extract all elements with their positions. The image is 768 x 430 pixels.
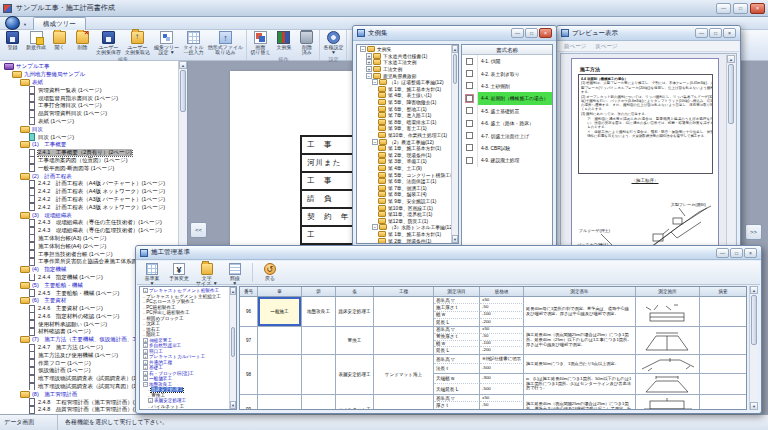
checkbox[interactable]: [466, 95, 473, 102]
tree-item[interactable]: 第10章、区画線工(1): [358, 204, 458, 211]
tree-item[interactable]: −文例集: [358, 46, 458, 53]
minimize-button[interactable]: —: [716, 248, 729, 258]
tab-kousei-tree[interactable]: 構成ツリー: [33, 17, 86, 30]
tree-item[interactable]: 第 6章、整地工(1): [358, 105, 458, 112]
ribbon-button-load[interactable]: ユーザー 文例集取込: [123, 30, 152, 56]
list-item[interactable]: 4-5. 盛土基礎処置: [462, 105, 552, 117]
tree-item[interactable]: −（3）水路トンネル工事編(12): [358, 224, 458, 231]
scroll-up-icon[interactable]: ▲: [230, 287, 236, 295]
list-item[interactable]: 4-6. 盛土（路体・路床）: [462, 117, 552, 129]
tree-item[interactable]: 管理資料一覧表 (1ページ): [2, 86, 187, 94]
tree-item[interactable]: 表紙: [2, 79, 187, 87]
tree-item[interactable]: 2.4.2 計画工程表（A3版 バーチャート）(1ページ): [2, 196, 187, 204]
sekou-table-scrollbar[interactable]: ▲ ▼: [749, 286, 758, 410]
tree-item[interactable]: 第12章、防災工(1): [358, 217, 458, 224]
tree-item[interactable]: 目次: [2, 125, 187, 133]
checkbox[interactable]: [466, 107, 473, 114]
checkbox[interactable]: [466, 70, 473, 77]
expander-icon[interactable]: −: [372, 224, 378, 230]
minimize-button[interactable]: —: [716, 3, 731, 14]
list-item[interactable]: 4-2. 表土剥ぎ取り: [462, 67, 552, 79]
tree-item[interactable]: +下水道共通仕様書(1): [358, 53, 458, 60]
toolbar-button-lines[interactable]: 罫線 ▼: [223, 262, 247, 287]
close-icon[interactable]: ×: [744, 248, 757, 258]
checkbox[interactable]: [466, 132, 473, 139]
tree-item[interactable]: 第 5章、障害物撤去(1): [358, 99, 458, 106]
expander-icon[interactable]: +: [143, 349, 148, 354]
close-icon[interactable]: ×: [539, 28, 552, 38]
scroll-up-icon[interactable]: ▲: [727, 55, 735, 63]
tree-item[interactable]: 第11章、境界杭工(1): [358, 211, 458, 218]
expander-icon[interactable]: +: [143, 371, 148, 376]
ribbon-button-tree[interactable]: 編集ツリー 設定 ▼: [152, 30, 181, 56]
checkbox[interactable]: [466, 120, 473, 127]
tree-item[interactable]: 第 7章、側溝工(1): [358, 184, 458, 191]
scroll-up-icon[interactable]: ▲: [750, 286, 758, 294]
checkbox[interactable]: [466, 82, 473, 89]
chapter-cell[interactable]: 一般施工: [258, 297, 302, 326]
tree-item[interactable]: 第 9章、安全施設工(1): [358, 198, 458, 205]
tree-item[interactable]: 第 1章、施工基本方針(1): [358, 145, 458, 152]
tree-item[interactable]: 第 4章、表土扱い(1): [358, 92, 458, 99]
tree-item[interactable]: 第 8章、舗装工(4): [358, 191, 458, 198]
tree-item[interactable]: サンプル工事: [2, 63, 187, 71]
scrollbar-thumb[interactable]: [728, 64, 734, 124]
tree-item[interactable]: 第 7章、進入路工(1): [358, 112, 458, 119]
ribbon-button-trash[interactable]: 削除 済み: [295, 30, 318, 56]
menu-item-next-page[interactable]: 次ページ: [595, 43, 617, 50]
tree-item[interactable]: 表紙 (1ページ): [2, 118, 187, 126]
tree-item[interactable]: 第10章、作業残土処理工(1): [358, 132, 458, 139]
list-item[interactable]: 4-7. 切盛土法面仕上げ: [462, 129, 552, 141]
tree-item[interactable]: 2.4.2 計画工程表（A4版 ネットワーク）(1ページ): [2, 188, 187, 196]
tree-item[interactable]: 施工体制台帳(A3) (1ページ): [2, 235, 187, 243]
tree-item[interactable]: 第 4章、土工(9): [358, 165, 458, 172]
tree-item[interactable]: 2.4.3 現場組織表（専任の主任技術者）(1ページ): [2, 219, 187, 227]
list-item[interactable]: 4-4. 岩掘削（機械施工の場合）: [462, 92, 552, 104]
tree-item[interactable]: 第 9章、客土工(1): [358, 125, 458, 132]
scroll-down-icon[interactable]: ▼: [750, 402, 758, 410]
ribbon-button-new[interactable]: 新規作成: [24, 30, 48, 56]
ribbon-button-up[interactable]: 他形式ファイル 取り込み: [206, 30, 245, 56]
list-item[interactable]: 4-8. CBR試験: [462, 142, 552, 154]
tree-item[interactable]: 第 5章、コンクリート構築工(1): [358, 171, 458, 178]
table-row[interactable]: 97置換工基準高 ▽±50置換厚さ t-50幅 w-100延長 L-200施工延…: [240, 327, 746, 355]
tree-item[interactable]: 第 1章、施工基本方針(1): [358, 86, 458, 93]
expander-icon[interactable]: +: [143, 338, 148, 343]
ribbon-button-gear[interactable]: 各種設定 ▼: [321, 30, 345, 56]
expander-icon[interactable]: +: [143, 343, 148, 348]
expander-icon[interactable]: −: [372, 139, 378, 145]
scrollbar-thumb[interactable]: [231, 327, 235, 357]
scroll-up-icon[interactable]: ▲: [452, 45, 458, 53]
ribbon-button-save[interactable]: 登録: [1, 30, 24, 56]
tree-item[interactable]: (1) 工事概要: [2, 141, 187, 149]
tree-item[interactable]: −（2）農道工事編(12): [358, 138, 458, 145]
expander-icon[interactable]: −: [366, 73, 372, 79]
expander-icon[interactable]: +: [143, 376, 148, 381]
table-row[interactable]: 99パイルネット工基準高 ▽±50厚さ t-50幅 w-100延長 L-200施…: [240, 395, 746, 410]
expander-icon[interactable]: −: [372, 79, 378, 85]
toolbar-button-back[interactable]: 戻る: [258, 262, 282, 281]
tree-item[interactable]: +下水道工法文例: [358, 59, 458, 66]
scrollbar-thumb[interactable]: [180, 70, 186, 112]
ribbon-button-open[interactable]: 開く: [48, 30, 71, 56]
tree-item[interactable]: (2) 計画工程表: [2, 172, 187, 180]
tree-item[interactable]: 第 1章、施工基本方針(1): [358, 231, 458, 238]
scrollbar-thumb[interactable]: [453, 54, 457, 84]
tree-item[interactable]: −鹿児島県農政部: [358, 72, 458, 79]
maximize-button[interactable]: □: [730, 248, 743, 258]
tree-item[interactable]: 第 3章、準備工(1): [358, 158, 458, 165]
application-menu-button[interactable]: [5, 16, 20, 30]
expander-icon[interactable]: +: [366, 66, 372, 72]
tree-item[interactable]: 第 6章、法面保護工(1): [358, 178, 458, 185]
tree-item[interactable]: 第 8章、暗渠排水工(1): [358, 119, 458, 126]
ribbon-button-del[interactable]: 削除: [71, 30, 94, 56]
checkbox[interactable]: [466, 144, 473, 151]
tree-item[interactable]: –サンドマット工: [141, 409, 236, 410]
tree-item[interactable]: 第 2章、現場条件(1): [358, 152, 458, 159]
scrollbar-thumb[interactable]: [751, 295, 757, 345]
tree-item[interactable]: 工事場所案内図（位置図）(1ページ): [2, 157, 187, 165]
scroll-up-icon[interactable]: ▲: [179, 61, 187, 69]
close-button[interactable]: ×: [750, 3, 765, 14]
toolbar-button-grid[interactable]: 基準案 ▼: [140, 262, 164, 287]
ribbon-button-grid[interactable]: タイトル 一括入力: [181, 30, 205, 56]
